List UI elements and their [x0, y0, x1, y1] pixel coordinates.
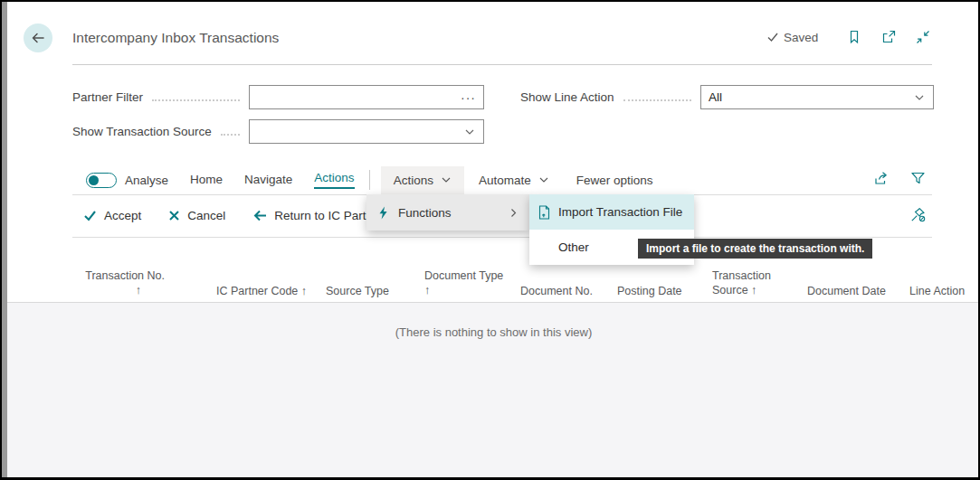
bookmark-icon[interactable] — [847, 30, 861, 44]
tooltip: Import a file to create the transaction … — [638, 239, 872, 259]
action-bar: Accept Cancel Return to IC Partner — [72, 200, 384, 231]
chevron-down-icon — [463, 126, 476, 138]
accept-button[interactable]: Accept — [83, 209, 141, 222]
tab-home[interactable]: Home — [190, 173, 223, 188]
column-header-document-date[interactable]: Document Date — [807, 284, 886, 298]
column-header-document-no[interactable]: Document No. — [520, 284, 593, 298]
dotted-leader — [152, 93, 240, 101]
grid-empty-area: (There is nothing to show in this view) — [7, 303, 980, 479]
other-label: Other — [558, 240, 589, 254]
action-bar-divider-line — [72, 237, 932, 238]
accept-label: Accept — [104, 209, 141, 222]
back-button[interactable] — [24, 24, 52, 52]
actions-menu-label: Actions — [394, 174, 433, 187]
cancel-button[interactable]: Cancel — [168, 209, 225, 222]
share-icon[interactable] — [873, 171, 890, 186]
page-title: Intercompany Inbox Transactions — [72, 30, 279, 46]
menu-item-functions[interactable]: Functions — [366, 194, 529, 231]
header-actions: Saved — [766, 30, 930, 44]
sort-ascending-icon: ↑ — [424, 283, 503, 297]
lightning-icon — [377, 206, 389, 220]
import-file-icon — [538, 205, 551, 220]
empty-view-message: (There is nothing to show in this view) — [7, 325, 980, 339]
column-header-ic-partner-code[interactable]: IC Partner Code ↑ — [216, 284, 307, 298]
column-label: Transaction — [712, 268, 771, 283]
partner-filter-field: Partner Filter ··· — [72, 85, 484, 109]
column-header-document-type[interactable]: Document Type ↑ — [424, 268, 503, 297]
accept-check-icon — [83, 209, 97, 222]
automate-menu-label: Automate — [479, 174, 531, 187]
assist-edit-button[interactable]: ··· — [461, 93, 476, 102]
header-divider — [72, 64, 932, 65]
toggle-knob — [89, 175, 99, 185]
functions-label: Functions — [398, 206, 452, 220]
analyse-toggle[interactable] — [86, 173, 117, 188]
left-arrow-icon — [252, 209, 267, 222]
filter-icon[interactable] — [910, 171, 926, 186]
dotted-leader — [221, 127, 240, 136]
column-label: Transaction No. — [81, 268, 165, 283]
column-header-transaction-source[interactable]: Transaction Source ↑ — [712, 268, 771, 297]
open-in-new-window-icon[interactable] — [881, 30, 896, 44]
dotted-leader — [623, 93, 691, 101]
analyse-label: Analyse — [125, 174, 168, 187]
partner-filter-input[interactable]: ··· — [249, 85, 484, 109]
column-header-line-action[interactable]: Line Action — [909, 284, 965, 298]
menu-item-import-transaction-file[interactable]: Import Transaction File — [529, 194, 694, 230]
show-line-action-select[interactable]: All — [700, 85, 934, 109]
column-header-transaction-no[interactable]: Transaction No. ↑ — [81, 268, 165, 297]
sort-ascending-icon: ↑ — [81, 283, 165, 297]
ribbon-divider — [369, 170, 370, 190]
ribbon: Analyse Home Navigate Actions Actions Au… — [72, 165, 653, 195]
column-header-posting-date[interactable]: Posting Date — [617, 284, 682, 298]
ribbon-right-icons — [873, 171, 926, 186]
unpin-icon[interactable] — [909, 206, 927, 227]
tab-navigate[interactable]: Navigate — [244, 173, 292, 188]
actions-menu-button[interactable]: Actions — [381, 166, 464, 194]
back-arrow-icon — [30, 30, 46, 46]
column-label: Document Type — [424, 268, 503, 283]
actions-dropdown-menu: Functions — [366, 194, 529, 231]
saved-label: Saved — [784, 31, 818, 44]
cancel-label: Cancel — [187, 209, 225, 222]
cancel-x-icon — [168, 210, 180, 221]
show-line-action-value: All — [709, 90, 913, 104]
tab-actions[interactable]: Actions — [314, 171, 354, 189]
chevron-down-icon — [538, 174, 549, 185]
show-transaction-source-select[interactable] — [249, 119, 484, 144]
saved-indicator: Saved — [766, 31, 818, 44]
show-transaction-source-label: Show Transaction Source — [72, 125, 212, 138]
show-line-action-field: Show Line Action All — [520, 85, 934, 109]
chevron-right-icon — [509, 208, 519, 218]
app-window: Intercompany Inbox Transactions Saved Pa… — [0, 0, 980, 480]
chevron-down-icon — [913, 91, 926, 104]
column-header-source-type[interactable]: Source Type — [326, 284, 389, 298]
fewer-options-button[interactable]: Fewer options — [576, 174, 653, 187]
chevron-down-icon — [441, 174, 452, 185]
column-label-line2: Source ↑ — [712, 283, 771, 297]
collapse-icon[interactable] — [916, 30, 930, 44]
show-line-action-label: Show Line Action — [520, 90, 614, 104]
check-icon — [766, 31, 779, 43]
automate-menu-button[interactable]: Automate — [466, 166, 562, 194]
return-to-ic-partner-button[interactable]: Return to IC Partner — [252, 209, 384, 222]
show-transaction-source-field: Show Transaction Source — [72, 119, 484, 144]
import-transaction-file-label: Import Transaction File — [558, 205, 682, 219]
partner-filter-label: Partner Filter — [72, 90, 143, 104]
